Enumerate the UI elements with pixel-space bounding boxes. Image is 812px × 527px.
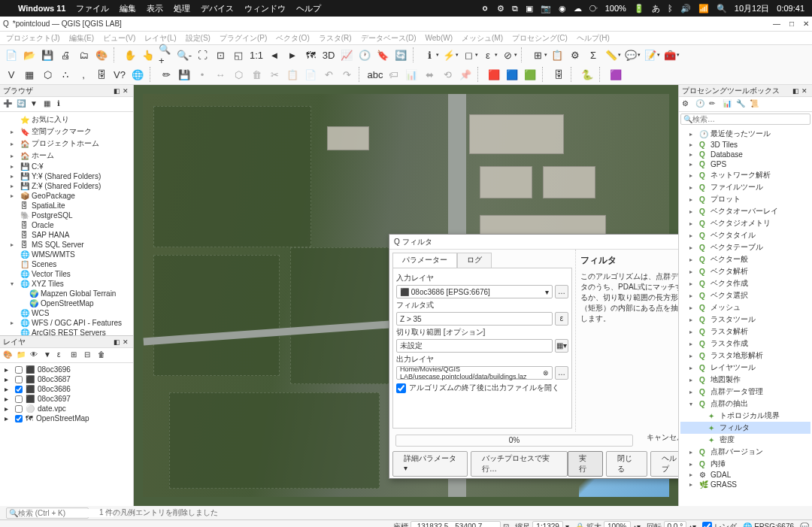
minimize-button[interactable]: — bbox=[773, 20, 780, 28]
new-project-icon[interactable]: 📄 bbox=[3, 47, 20, 63]
close-panel-icon[interactable]: ✕ bbox=[123, 338, 130, 346]
processing-item[interactable]: ▸Qベクタタイル bbox=[680, 229, 810, 241]
label-pin-icon[interactable]: 📌 bbox=[457, 66, 474, 83]
add-group-icon[interactable]: 📁 bbox=[17, 350, 27, 361]
label-move-icon[interactable]: ⬌ bbox=[421, 66, 438, 83]
close-button[interactable]: ✕ bbox=[803, 20, 809, 28]
menu-help[interactable]: ヘルプ bbox=[296, 3, 321, 14]
tree-item[interactable]: ⭐お気に入り bbox=[2, 114, 132, 126]
processing-item[interactable]: ▸Q点群バージョン bbox=[680, 446, 810, 458]
crs-value[interactable]: EPSG:6676 bbox=[754, 522, 794, 527]
record-icon[interactable]: ◉ bbox=[559, 4, 566, 14]
maximize-button[interactable]: □ bbox=[789, 20, 794, 28]
input-layer-select[interactable]: ⬛ 08oc3686 [EPSG:6676]▾ bbox=[396, 285, 553, 298]
delete-icon[interactable]: 🗑 bbox=[248, 66, 265, 83]
spatial-bookmark-icon[interactable]: 🔖 bbox=[374, 47, 391, 63]
add-wms-icon[interactable]: 🌐 bbox=[129, 66, 146, 83]
add-mesh-icon[interactable]: ⬡ bbox=[39, 66, 56, 83]
pan-selection-icon[interactable]: 👆 bbox=[140, 47, 156, 63]
annotation-icon[interactable]: 📝 bbox=[642, 47, 659, 63]
tree-item[interactable]: ▸🏠ホーム bbox=[2, 150, 132, 162]
processing-item[interactable]: ▸Qベクタテーブル bbox=[680, 241, 810, 253]
select-expr-icon[interactable]: ε bbox=[480, 47, 496, 63]
open-project-icon[interactable]: 📂 bbox=[21, 47, 38, 63]
pan-icon[interactable]: ✋ bbox=[122, 47, 138, 63]
edit-toggle-icon[interactable]: ✏ bbox=[158, 66, 174, 83]
tree-item[interactable]: ▸💾Z:¥ (Shared Folders) bbox=[2, 181, 132, 191]
move-feature-icon[interactable]: ↔ bbox=[212, 66, 229, 83]
tree-item[interactable]: 🗄SAP HANA bbox=[2, 230, 132, 240]
menu-view[interactable]: 表示 bbox=[147, 3, 163, 14]
qmenu-processing[interactable]: プロセシング(C) bbox=[509, 32, 571, 45]
tree-item[interactable]: 🌐WMS/WMTS bbox=[2, 250, 132, 259]
toolbox-icon[interactable]: 🧰 bbox=[662, 47, 678, 63]
mag-value[interactable]: 100% bbox=[604, 521, 631, 527]
processing-item[interactable]: ▸Q内挿 bbox=[680, 458, 810, 470]
clip-extent-input[interactable]: 未設定 bbox=[396, 339, 553, 353]
redo-icon[interactable]: ↷ bbox=[338, 66, 355, 83]
filter-layer-icon[interactable]: ▼ bbox=[44, 350, 54, 361]
close-panel-icon[interactable]: ✕ bbox=[801, 87, 809, 95]
processing-item[interactable]: ▸Qベクター般 bbox=[680, 253, 810, 265]
processing-item[interactable]: ▸🌿GRASS bbox=[680, 480, 810, 489]
processing-item[interactable]: ▸Q点群データ管理 bbox=[680, 386, 810, 398]
advanced-params-button[interactable]: 詳細パラメータ ▾ bbox=[392, 451, 468, 477]
tree-item[interactable]: ▾🌐XYZ Tiles bbox=[2, 279, 132, 289]
menu-file[interactable]: ファイル bbox=[76, 3, 109, 14]
tab-log[interactable]: ログ bbox=[457, 253, 492, 268]
menu-edit[interactable]: 編集 bbox=[120, 3, 136, 14]
cut-icon[interactable]: ✂ bbox=[266, 66, 283, 83]
cancel-button[interactable]: キャンセル bbox=[639, 432, 678, 444]
processing-item[interactable]: ▸Qベクタ解析 bbox=[680, 265, 810, 277]
close-panel-icon[interactable]: ✕ bbox=[123, 87, 130, 95]
zoom-native-icon[interactable]: 1:1 bbox=[248, 47, 265, 63]
tree-item[interactable]: 🌐WCS bbox=[2, 308, 132, 318]
tab-parameters[interactable]: パラメーター bbox=[392, 253, 457, 268]
processing-item[interactable]: ✦密度 bbox=[680, 434, 810, 446]
layout-manager-icon[interactable]: 🗂 bbox=[75, 47, 92, 63]
gear-icon[interactable]: ⚙ bbox=[497, 4, 504, 14]
tree-item[interactable]: 📋Scenes bbox=[2, 259, 132, 269]
script-icon[interactable]: 📜 bbox=[750, 99, 760, 110]
processing-item[interactable]: ▸Q3D Tiles bbox=[680, 140, 810, 150]
edit-icon[interactable]: ✏ bbox=[709, 99, 720, 110]
save-edits-icon[interactable]: 💾 bbox=[176, 66, 192, 83]
qmenu-web[interactable]: Web(W) bbox=[423, 32, 456, 44]
processing-item[interactable]: ▸Qネットワーク解析 bbox=[680, 169, 810, 181]
filter-br-icon[interactable]: ▼ bbox=[30, 99, 41, 110]
extent-icon[interactable]: ⊡ bbox=[503, 522, 509, 527]
processing-item[interactable]: ▸Qベクタ作成 bbox=[680, 277, 810, 289]
history-icon[interactable]: 🕐 bbox=[695, 99, 706, 110]
qmenu-project[interactable]: プロジェクト(J) bbox=[3, 32, 63, 45]
mac-app-name[interactable]: Windows 11 bbox=[18, 4, 65, 13]
display-icon[interactable]: ▣ bbox=[526, 4, 533, 14]
new-map-icon[interactable]: 🗺 bbox=[302, 47, 319, 63]
select-icon[interactable]: ◻ bbox=[460, 47, 477, 63]
style-btn-icon[interactable]: 🎨 bbox=[3, 350, 14, 361]
undock-icon[interactable]: ◧ bbox=[114, 87, 121, 95]
layer-item[interactable]: ▸⚪date.vpc bbox=[2, 404, 132, 413]
menu-device[interactable]: デバイス bbox=[201, 3, 234, 14]
browse-input-button[interactable]: … bbox=[555, 285, 568, 298]
processing-item[interactable]: ▸⚙GDAL bbox=[680, 470, 810, 480]
identify-icon[interactable]: ℹ bbox=[421, 47, 438, 63]
processing-item[interactable]: ▾Q点群の抽出 bbox=[680, 398, 810, 410]
remove-icon[interactable]: 🗑 bbox=[98, 350, 108, 361]
zoom-last-icon[interactable]: ◄ bbox=[266, 47, 283, 63]
layer-item[interactable]: ▸⬛08oc3697 bbox=[2, 394, 132, 404]
node-tool-icon[interactable]: ⬡ bbox=[230, 66, 247, 83]
coord-value[interactable]: -131832.5, -53400.7 bbox=[411, 521, 501, 527]
search-input[interactable] bbox=[692, 115, 807, 123]
open-after-checkbox[interactable] bbox=[396, 383, 406, 393]
zoom-layer-icon[interactable]: ◱ bbox=[230, 47, 247, 63]
paste-icon[interactable]: 📄 bbox=[302, 66, 319, 83]
tree-item[interactable]: 🐘PostgreSQL bbox=[2, 210, 132, 220]
map-canvas[interactable]: Q フィルタ ✕ パラメーター ログ 入力レイヤ ⬛ 08oc3686 [EPS… bbox=[134, 85, 678, 506]
measure-icon[interactable]: 📏 bbox=[603, 47, 620, 63]
processing-search[interactable]: 🔍 bbox=[680, 114, 810, 125]
filter-expr-input[interactable]: Z > 35 bbox=[396, 312, 553, 326]
refresh-br-icon[interactable]: 🔄 bbox=[17, 99, 27, 110]
undock-icon[interactable]: ◧ bbox=[114, 338, 121, 346]
bt-icon[interactable]: ᛒ bbox=[668, 4, 673, 13]
zoom-next-icon[interactable]: ► bbox=[284, 47, 301, 63]
